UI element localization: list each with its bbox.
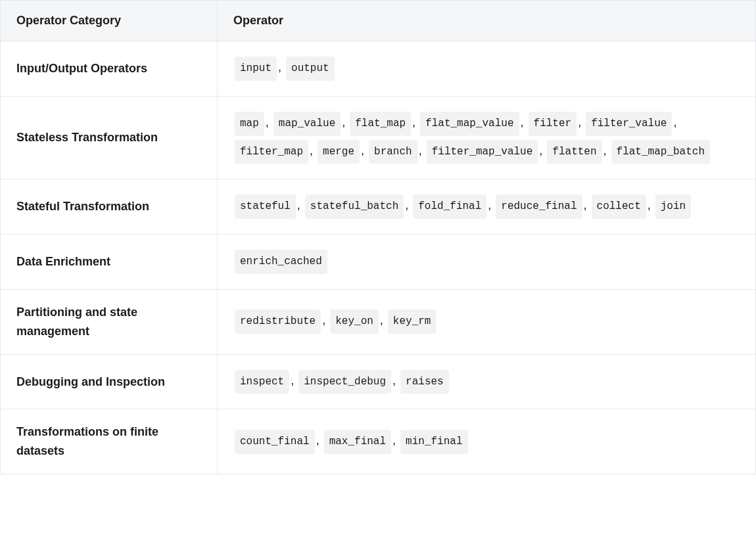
operator-code: filter_value (586, 112, 672, 136)
separator: , (521, 116, 527, 129)
separator: , (584, 198, 590, 212)
separator: , (361, 144, 367, 157)
operator-code: stateful_batch (305, 194, 404, 219)
separator: , (488, 198, 494, 212)
operator-code: input (235, 57, 277, 81)
separator: , (278, 60, 285, 74)
operator-code: enrich_cached (235, 250, 327, 274)
operators-cell: count_final, max_final, min_final (218, 409, 756, 474)
table-row: Data Enrichmentenrich_cached (1, 235, 756, 290)
separator: , (648, 198, 654, 212)
separator: , (392, 374, 399, 387)
operator-code: flat_map_batch (611, 140, 710, 164)
table-row: Transformations on finite datasetscount_… (1, 409, 756, 474)
separator: , (603, 144, 610, 157)
operators-table: Operator Category Operator Input/Output … (0, 0, 756, 474)
category-cell: Debugging and Inspection (1, 354, 218, 409)
separator: , (316, 434, 323, 447)
table-row: Debugging and Inspectioninspect, inspect… (1, 354, 756, 409)
operator-code: map (235, 112, 264, 136)
separator: , (297, 198, 304, 212)
operator-code: collect (592, 194, 646, 219)
operator-code: merge (318, 140, 360, 164)
separator: , (673, 116, 676, 129)
operator-code: inspect_debug (298, 370, 391, 394)
operator-code: reduce_final (496, 194, 582, 219)
separator: , (266, 116, 272, 129)
operator-code: fold_final (413, 194, 486, 219)
table-row: Input/Output Operatorsinput, output (1, 41, 756, 97)
category-cell: Stateless Transformation (1, 96, 218, 179)
operator-code: map_value (273, 112, 341, 136)
table-row: Stateless Transformationmap, map_value, … (1, 96, 756, 179)
category-cell: Partitioning and state management (1, 289, 218, 354)
operator-code: flat_map (350, 112, 411, 136)
operator-code: output (286, 57, 335, 81)
operator-code: filter (529, 112, 577, 136)
table-row: Partitioning and state managementredistr… (1, 289, 756, 354)
operator-code: inspect (235, 370, 289, 394)
separator: , (380, 313, 387, 327)
operator-code: filter_map_value (427, 140, 538, 164)
separator: , (578, 116, 584, 129)
operator-code: flatten (547, 140, 602, 164)
operators-cell: enrich_cached (218, 235, 756, 290)
separator: , (405, 198, 412, 212)
operator-code: join (655, 194, 691, 219)
operators-cell: redistribute, key_on, key_rm (218, 289, 756, 354)
separator: , (291, 374, 297, 387)
operators-cell: inspect, inspect_debug, raises (218, 354, 756, 409)
operator-code: max_final (324, 430, 391, 454)
operator-code: branch (369, 140, 417, 164)
category-cell: Input/Output Operators (1, 41, 218, 97)
operators-cell: map, map_value, flat_map, flat_map_value… (218, 96, 756, 179)
header-operator: Operator (218, 1, 756, 41)
separator: , (342, 116, 348, 129)
separator: , (310, 144, 316, 157)
table-header-row: Operator Category Operator (1, 1, 756, 41)
separator: , (392, 434, 399, 447)
category-cell: Transformations on finite datasets (1, 409, 218, 474)
separator: , (539, 144, 546, 157)
operator-code: stateful (235, 194, 296, 219)
operator-code: raises (400, 370, 449, 394)
operators-cell: input, output (218, 41, 756, 97)
separator: , (419, 144, 425, 157)
category-cell: Data Enrichment (1, 235, 218, 290)
operator-code: key_rm (388, 309, 437, 334)
header-category: Operator Category (1, 1, 218, 41)
operator-code: redistribute (235, 309, 321, 334)
operator-code: flat_map_value (420, 112, 519, 136)
category-cell: Stateful Transformation (1, 179, 218, 235)
operator-code: key_on (330, 309, 379, 334)
operator-code: min_final (400, 430, 467, 454)
table-row: Stateful Transformationstateful, statefu… (1, 179, 756, 235)
operators-cell: stateful, stateful_batch, fold_final, re… (218, 179, 756, 235)
table-body: Input/Output Operatorsinput, outputState… (1, 41, 756, 474)
separator: , (412, 116, 419, 129)
separator: , (322, 313, 329, 327)
operator-code: count_final (235, 430, 315, 454)
operator-code: filter_map (235, 140, 308, 164)
